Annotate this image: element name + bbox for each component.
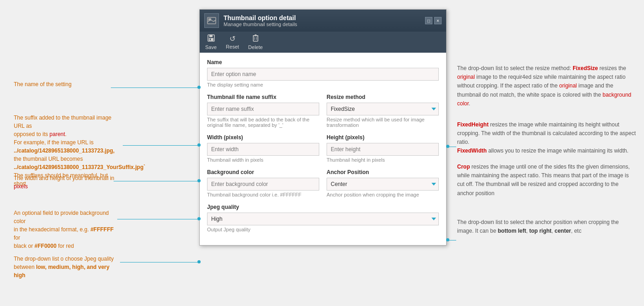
annotation-dot-resize (446, 145, 449, 148)
bgcolor-anchor-row: Background color Thumbnail background co… (207, 169, 439, 197)
jpeg-hint: Output Jpeg quality (207, 227, 439, 232)
anchor-field: Anchor Position Center Top Left Top Righ… (327, 169, 439, 197)
dialog-subtitle: Manage thumbnail setting details (224, 22, 297, 27)
dialog-controls: □ × (425, 17, 442, 24)
suffix-hint: The suffix that will be added to the bac… (207, 117, 319, 128)
height-label: Height (pixels) (327, 134, 439, 141)
dialog-title-left: Thumbnail option detail Manage thumbnail… (204, 13, 297, 28)
anchor-hint: Anchor position when cropping the image (327, 192, 439, 197)
dialog-body: Name The display setting name Thumbnail … (200, 53, 446, 245)
annotation-line-name (111, 87, 199, 88)
annotation-dot-width (197, 179, 201, 182)
resize-hint: Resize method which will be used for ima… (327, 117, 439, 128)
annotation-fixedheight: FixedHeight resizes the image while main… (457, 120, 636, 147)
annotation-line-jpeg (120, 262, 199, 262)
reset-label: Reset (226, 44, 239, 49)
resize-field: Resize method FixedSize FixedHeight Fixe… (327, 94, 439, 128)
width-input[interactable] (207, 143, 319, 156)
close-button[interactable]: × (434, 17, 442, 24)
svg-rect-7 (209, 38, 213, 41)
save-label: Save (205, 44, 217, 50)
jpeg-select-wrapper: Low Medium High Very High (207, 213, 439, 225)
delete-label: Delete (248, 44, 263, 50)
annotation-name: The name of the setting (14, 80, 71, 88)
anchor-select-wrapper: Center Top Left Top Right Bottom Left Bo… (327, 178, 439, 191)
annotation-dot-suffix (197, 143, 201, 147)
jpeg-label: Jpeg quality (207, 204, 439, 210)
width-label: Width (pixels) (207, 134, 319, 141)
width-height-row: Width (pixels) Thumbnail width in pixels… (207, 134, 439, 163)
thumbnail-option-dialog: Thumbnail option detail Manage thumbnail… (199, 9, 447, 246)
annotation-jpeg: The drop-down list o choose Jpeg quality… (14, 255, 119, 279)
annotation-dot-anchor (446, 238, 449, 241)
save-icon (207, 34, 215, 44)
save-button[interactable]: Save (205, 34, 217, 50)
annotation-resize-method: The drop-down list to select the resize … (457, 64, 636, 108)
height-field: Height (pixels) Thumbnail height in pixe… (327, 134, 439, 163)
annotation-dot-bgcolor (197, 217, 201, 220)
bgcolor-field: Background color Thumbnail background co… (207, 169, 319, 197)
svg-rect-6 (209, 35, 213, 37)
suffix-label: Thumbnail file name suffix (207, 94, 319, 100)
annotation-line-width (114, 181, 199, 181)
delete-button[interactable]: Delete (248, 34, 263, 50)
annotation-line-suffix (123, 145, 199, 146)
bgcolor-input[interactable] (207, 178, 319, 191)
dialog-icon (204, 13, 219, 28)
dialog-toolbar: Save ↺ Reset Delete (200, 32, 446, 53)
reset-button[interactable]: ↺ Reset (226, 34, 239, 50)
anchor-label: Anchor Position (327, 169, 439, 175)
annotation-anchor-pos: The drop-down list to select the anchor … (457, 218, 636, 235)
annotation-line-bgcolor (117, 219, 199, 219)
dialog-titlebar: Thumbnail option detail Manage thumbnail… (200, 10, 446, 32)
bgcolor-label: Background color (207, 169, 319, 175)
resize-select-wrapper: FixedSize FixedHeight FixedWidth Crop (327, 103, 439, 115)
height-hint: Thumbnail height in pixels (327, 157, 439, 163)
annotation-dot-jpeg (197, 260, 201, 263)
name-input[interactable] (207, 68, 439, 81)
suffix-resize-row: Thumbnail file name suffix The suffix th… (207, 94, 439, 128)
height-input[interactable] (327, 143, 439, 156)
annotation-dot-name (197, 86, 201, 89)
annotation-width: The width and height of your thumbnail i… (14, 174, 114, 191)
name-hint: The display setting name (207, 82, 439, 87)
resize-select[interactable]: FixedSize FixedHeight FixedWidth Crop (327, 103, 439, 115)
name-label: Name (207, 59, 439, 66)
maximize-button[interactable]: □ (425, 17, 432, 24)
annotation-bgcolor: An optional field to provide background … (14, 209, 119, 250)
jpeg-select[interactable]: Low Medium High Very High (207, 213, 439, 225)
width-field: Width (pixels) Thumbnail width in pixels (207, 134, 319, 163)
dialog-title-text: Thumbnail option detail Manage thumbnail… (224, 14, 297, 27)
reset-icon: ↺ (229, 34, 235, 43)
suffix-input[interactable] (207, 103, 319, 115)
annotation-fixedwidth: FixedWidth allows you to resize the imag… (457, 147, 636, 155)
suffix-field: Thumbnail file name suffix The suffix th… (207, 94, 319, 128)
annotation-crop: Crop resizes the image until one of the … (457, 163, 636, 198)
bgcolor-hint: Thumbnail background color i.e. #FFFFFF (207, 192, 319, 197)
width-hint: Thumbnail width in pixels (207, 157, 319, 163)
dialog-title: Thumbnail option detail (224, 14, 297, 22)
svg-rect-8 (210, 38, 211, 40)
jpeg-field-row: Jpeg quality Low Medium High Very High O… (207, 204, 439, 232)
resize-label: Resize method (327, 94, 439, 100)
delete-icon (252, 34, 259, 44)
name-field-row: Name The display setting name (207, 59, 439, 87)
anchor-select[interactable]: Center Top Left Top Right Bottom Left Bo… (327, 178, 439, 191)
svg-rect-9 (253, 36, 258, 41)
